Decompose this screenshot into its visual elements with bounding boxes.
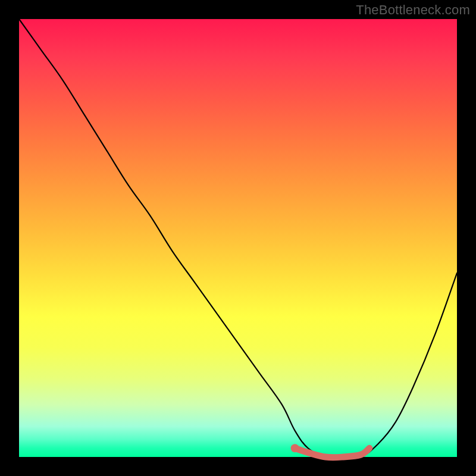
optimal-range-highlight: [291, 444, 369, 457]
watermark-text: TheBottleneck.com: [356, 2, 470, 18]
chart-container: TheBottleneck.com: [0, 0, 476, 476]
curve-svg: [19, 19, 457, 457]
svg-point-0: [291, 444, 299, 452]
bottleneck-curve-line: [19, 19, 457, 458]
plot-area: [19, 19, 457, 457]
